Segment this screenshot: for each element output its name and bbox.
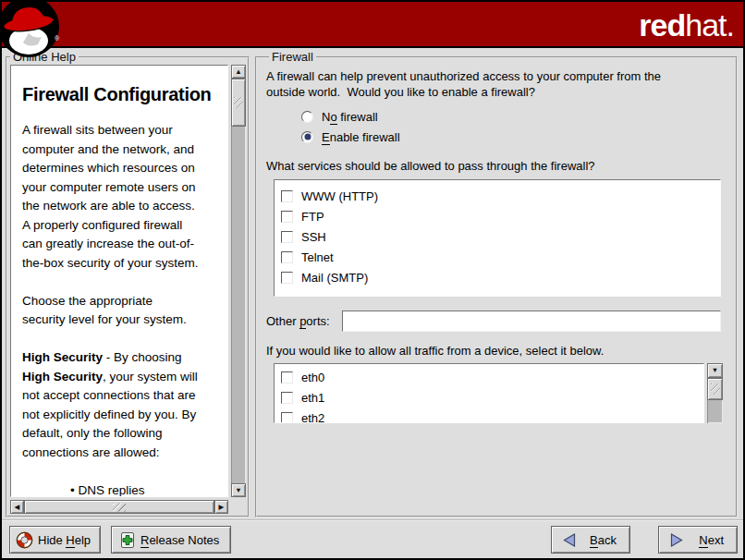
horizontal-scroll-thumb[interactable] xyxy=(24,500,214,514)
help-text: A firewall sits between yourcomputer and… xyxy=(22,121,226,497)
firewall-radio-group: No firewall Enable firewall xyxy=(301,106,723,147)
next-arrow-icon xyxy=(669,532,684,548)
help-line: High Security - By choosing xyxy=(22,348,226,368)
device-row[interactable]: eth2 xyxy=(281,408,697,423)
firewall-frame: Firewall A firewall can help prevent una… xyxy=(255,50,738,517)
firewall-intro: A firewall can help prevent unauthorized… xyxy=(266,68,723,100)
left-arrow-icon: ◀ xyxy=(15,504,20,511)
wordmark-bold: red xyxy=(639,7,685,43)
firewall-frame-label: Firewall xyxy=(269,50,316,64)
help-line: A properly configured firewall xyxy=(22,216,226,236)
service-row[interactable]: WWW (HTTP) xyxy=(281,186,714,206)
radio-button-selected-icon[interactable] xyxy=(301,131,313,143)
help-line: determines which resources on xyxy=(22,159,226,178)
scroll-left-button[interactable]: ◀ xyxy=(10,500,24,514)
scroll-up-button[interactable]: ▲ xyxy=(231,65,246,79)
devices-text: If you would like to allow all traffic f… xyxy=(266,344,723,358)
help-line: the network are able to access. xyxy=(22,197,226,216)
checkbox-icon[interactable] xyxy=(281,251,293,263)
help-line xyxy=(22,462,226,481)
up-arrow-icon: ▲ xyxy=(235,68,241,76)
checkbox-icon[interactable] xyxy=(281,272,293,284)
next-button[interactable]: Next xyxy=(658,526,738,554)
redhat-wordmark: redhat. xyxy=(639,8,734,42)
help-line: Choose the appropriate xyxy=(22,292,226,311)
other-ports-row: Other ports: xyxy=(266,310,721,332)
checkbox-label: Mail (SMTP) xyxy=(301,271,368,285)
down-arrow-icon: ▼ xyxy=(712,367,718,374)
service-row[interactable]: SSH xyxy=(281,226,714,247)
help-line: computer and the network, and xyxy=(22,140,226,160)
checkbox-icon[interactable] xyxy=(281,371,293,383)
other-ports-label: Other ports: xyxy=(266,314,330,328)
radio-button-icon[interactable] xyxy=(301,111,313,123)
services-listbox[interactable]: WWW (HTTP) FTP SSH Telnet Mail (SMTP) xyxy=(274,179,721,297)
right-arrow-icon: ▶ xyxy=(219,504,225,511)
help-line: not explicitly defined by you. By xyxy=(22,406,226,425)
help-line: the-box security of your system. xyxy=(22,254,226,274)
checkbox-icon[interactable] xyxy=(281,412,293,424)
devices-listbox[interactable]: eth0 eth1 eth2 xyxy=(274,363,704,423)
radio-enable-firewall[interactable]: Enable firewall xyxy=(301,127,723,147)
back-label: Back xyxy=(590,533,617,547)
intro-line-1: A firewall can help prevent unauthorized… xyxy=(266,68,723,84)
scroll-down-button[interactable]: ▼ xyxy=(707,363,723,378)
devices-area: eth0 eth1 eth2 ▲ ▼ xyxy=(274,363,723,423)
scroll-right-button[interactable]: ▶ xyxy=(214,500,228,514)
help-vertical-scrollbar[interactable]: ▲ ▼ xyxy=(231,65,246,497)
redhat-shadowman-logo-icon xyxy=(2,2,63,61)
services-question: What services should be allowed to pass … xyxy=(266,159,723,173)
wordmark-rest: hat. xyxy=(685,7,734,43)
help-line: • DNS replies xyxy=(22,481,226,498)
help-line: your computer remote users on xyxy=(22,178,226,198)
help-line: default, only the following xyxy=(22,424,226,444)
scroll-down-button[interactable]: ▼ xyxy=(231,483,246,497)
help-text-view: Firewall Configuration A firewall sits b… xyxy=(10,65,228,497)
top-banner: redhat. xyxy=(2,2,743,48)
service-row[interactable]: Telnet xyxy=(281,247,714,267)
device-row[interactable]: eth0 xyxy=(281,367,697,387)
checkbox-icon[interactable] xyxy=(281,231,293,243)
checkbox-label: FTP xyxy=(301,210,324,224)
service-row[interactable]: Mail (SMTP) xyxy=(281,267,714,287)
intro-line-2: outside world. Would you like to enable … xyxy=(266,84,723,100)
help-line: security level for your system. xyxy=(22,310,226,330)
checkbox-label: WWW (HTTP) xyxy=(301,189,378,203)
down-arrow-icon: ▼ xyxy=(235,487,241,494)
other-ports-input[interactable] xyxy=(342,310,721,332)
device-row[interactable]: eth1 xyxy=(281,387,697,408)
back-button[interactable]: Back xyxy=(551,526,630,554)
devices-vertical-scrollbar[interactable]: ▲ ▼ xyxy=(707,363,723,423)
service-row[interactable]: FTP xyxy=(281,206,714,226)
vertical-scroll-thumb[interactable] xyxy=(231,79,246,127)
help-line: can greatly increase the out-of- xyxy=(22,235,226,254)
checkbox-label: eth2 xyxy=(301,411,324,424)
button-bar: Hide Help Release Notes Back xyxy=(2,519,743,558)
hide-help-label: Hide Help xyxy=(38,533,91,547)
checkbox-label: eth0 xyxy=(301,371,324,384)
checkbox-icon[interactable] xyxy=(281,211,293,223)
release-notes-icon xyxy=(119,531,136,549)
help-line xyxy=(22,330,226,349)
help-line: connections are allowed: xyxy=(22,444,226,463)
installer-window: redhat. ® Online Help Firewall Configura… xyxy=(0,0,745,560)
help-title: Firewall Configuration xyxy=(22,84,226,105)
radio-no-firewall[interactable]: No firewall xyxy=(301,106,723,127)
trademark-symbol: ® xyxy=(55,35,59,42)
checkbox-label: SSH xyxy=(301,230,326,244)
checkbox-label: Telnet xyxy=(301,250,334,264)
help-line: A firewall sits between your xyxy=(22,121,226,140)
radio-no-firewall-label: No firewall xyxy=(322,110,378,124)
checkbox-icon[interactable] xyxy=(281,190,293,202)
checkbox-label: eth1 xyxy=(301,391,324,405)
online-help-frame: Online Help Firewall Configuration A fir… xyxy=(6,50,250,517)
release-notes-label: Release Notes xyxy=(140,533,219,547)
vertical-scroll-thumb[interactable] xyxy=(707,378,723,400)
release-notes-button[interactable]: Release Notes xyxy=(111,526,231,554)
radio-enable-firewall-label: Enable firewall xyxy=(322,130,400,144)
main-content: Online Help Firewall Configuration A fir… xyxy=(2,48,743,519)
hide-help-button[interactable]: Hide Help xyxy=(9,526,101,554)
checkbox-icon[interactable] xyxy=(281,392,293,404)
help-horizontal-scrollbar[interactable]: ◀ ▶ xyxy=(10,500,228,514)
help-line: High Security, your system will xyxy=(22,368,226,387)
